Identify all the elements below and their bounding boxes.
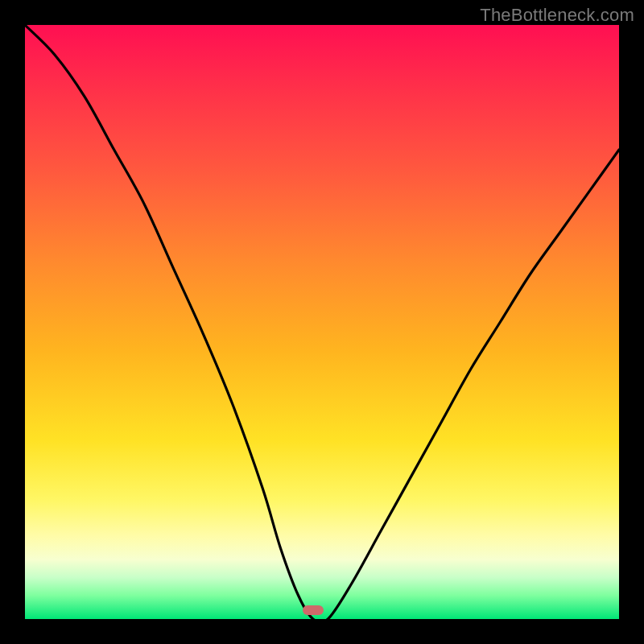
watermark-text: TheBottleneck.com xyxy=(480,5,634,26)
optimum-marker-icon xyxy=(303,605,324,615)
bottleneck-curve-path xyxy=(25,25,619,623)
bottleneck-curve xyxy=(25,25,619,619)
chart-stage: TheBottleneck.com xyxy=(0,0,644,644)
plot-area xyxy=(25,25,619,619)
